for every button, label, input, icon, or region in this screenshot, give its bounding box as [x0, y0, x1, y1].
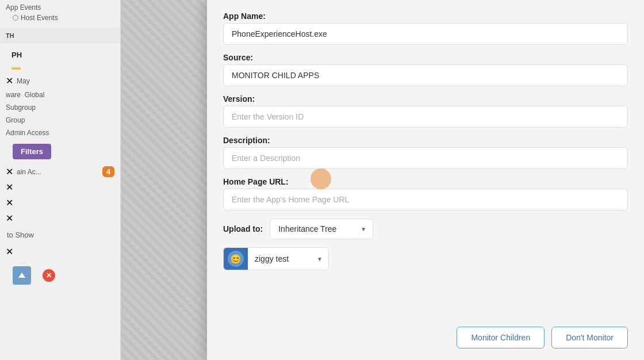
description-group: Description:: [223, 136, 628, 169]
host-events-row: Host Events: [0, 13, 120, 25]
org-select-wrapper: ziggy test org 2: [248, 249, 328, 269]
upload-to-label: Upload to:: [223, 224, 263, 233]
host-events-radio[interactable]: [13, 15, 18, 21]
monitor-children-button[interactable]: Monitor Children: [457, 327, 545, 348]
x-row-3: ✕: [0, 210, 120, 226]
homepage-url-input[interactable]: [223, 189, 628, 210]
admin-access-label: Admin Access: [6, 129, 49, 137]
main-ac-row: ✕ ain Ac... 4: [0, 164, 120, 179]
org-icon-face: 😊: [230, 254, 241, 265]
description-input[interactable]: [223, 147, 628, 169]
modal-panel: App Name: Source: Version: Description: …: [207, 0, 644, 360]
section-bar-th: TH: [0, 28, 120, 44]
app-events-label: App Events: [0, 0, 120, 13]
yellow-tag-row: [0, 64, 120, 73]
description-label: Description:: [223, 136, 628, 145]
version-input[interactable]: [223, 106, 628, 128]
x-icon-4[interactable]: ✕: [6, 246, 13, 257]
may-row: ✕ May: [0, 73, 120, 89]
bottom-controls-row: ✕: [0, 262, 120, 289]
app-name-group: App Name:: [223, 12, 628, 45]
upload-to-row: Upload to: Inheritance Tree Root Branch: [223, 219, 628, 239]
org-icon: 😊: [224, 248, 248, 270]
app-name-input[interactable]: [223, 23, 628, 45]
may-label: May: [17, 77, 30, 85]
filters-row[interactable]: Filters: [0, 139, 120, 164]
org-selector: 😊 ziggy test org 2: [223, 247, 329, 270]
to-show-label: to Show: [0, 226, 120, 244]
main-ac-label: ain Ac...: [17, 168, 41, 176]
svg-marker-0: [18, 273, 25, 278]
group-label: Group: [6, 116, 25, 124]
yellow-tag: [12, 67, 21, 70]
source-group: Source:: [223, 53, 628, 86]
homepage-url-group: Home Page URL:: [223, 177, 628, 210]
dont-monitor-button[interactable]: Don't Monitor: [551, 327, 628, 348]
filters-button[interactable]: Filters: [13, 144, 51, 159]
admin-access-row: Admin Access: [0, 127, 120, 139]
software-global-row: ware Global: [0, 89, 120, 101]
up-arrow-button[interactable]: [13, 266, 31, 285]
ph-row: PH: [0, 46, 120, 64]
version-label: Version:: [223, 94, 628, 104]
inheritance-tree-select-wrapper: Inheritance Tree Root Branch: [270, 219, 373, 239]
inheritance-tree-select[interactable]: Inheritance Tree Root Branch: [270, 219, 373, 239]
source-label: Source:: [223, 53, 628, 62]
x-row-2: ✕: [0, 195, 120, 210]
org-icon-inner: 😊: [228, 251, 244, 267]
subgroup-row: Subgroup: [0, 101, 120, 114]
host-events-label: Host Events: [21, 14, 58, 22]
source-input[interactable]: [223, 64, 628, 86]
group-row: Group: [0, 114, 120, 127]
x-row-4: ✕: [0, 244, 120, 259]
modal-footer: Monitor Children Don't Monitor: [223, 321, 628, 348]
left-panel: App Events Host Events TH PH ✕ May ware …: [0, 0, 121, 360]
ph-label: PH: [6, 48, 28, 62]
org-selector-row: 😊 ziggy test org 2: [223, 247, 628, 270]
main-ac-x-icon[interactable]: ✕: [6, 166, 13, 177]
may-x-icon[interactable]: ✕: [6, 75, 13, 86]
x-icon-2[interactable]: ✕: [6, 197, 13, 208]
x-icon-1[interactable]: ✕: [6, 182, 13, 193]
app-name-label: App Name:: [223, 12, 628, 21]
x-row-1: ✕: [0, 179, 120, 195]
x-icon-3[interactable]: ✕: [6, 213, 13, 224]
homepage-url-label: Home Page URL:: [223, 177, 628, 186]
subgroup-label: Subgroup: [6, 104, 36, 112]
org-select[interactable]: ziggy test org 2: [248, 249, 328, 269]
close-small-button[interactable]: ✕: [43, 269, 55, 282]
version-group: Version:: [223, 94, 628, 128]
badge-count: 4: [102, 166, 114, 177]
